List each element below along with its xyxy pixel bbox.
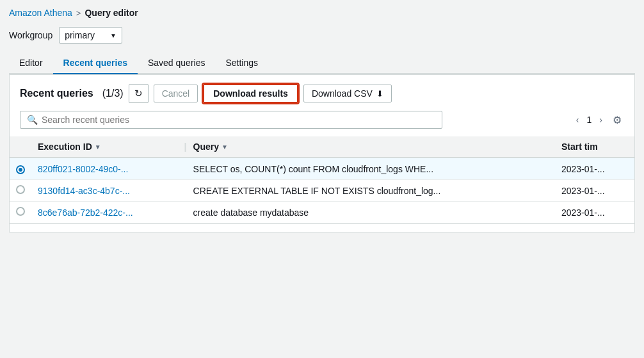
radio-button-2[interactable] bbox=[16, 185, 25, 194]
refresh-button[interactable]: ↻ bbox=[129, 84, 149, 103]
col-query-header[interactable]: Query ▼ bbox=[187, 136, 555, 158]
main-panel: Recent queries (1/3) ↻ Cancel Download r… bbox=[9, 74, 635, 232]
cancel-button[interactable]: Cancel bbox=[154, 85, 198, 102]
row-query-2: CREATE EXTERNAL TABLE IF NOT EXISTS clou… bbox=[187, 180, 555, 202]
tab-editor[interactable]: Editor bbox=[9, 53, 53, 74]
table-row[interactable]: 820ff021-8002-49c0-... SELECT os, COUNT(… bbox=[10, 158, 634, 180]
panel-title: Recent queries bbox=[20, 88, 93, 99]
row-start-time-2: 2023-01-... bbox=[555, 180, 634, 202]
next-page-button[interactable]: › bbox=[595, 113, 606, 126]
breadcrumb: Amazon Athena > Query editor bbox=[9, 8, 635, 18]
breadcrumb-current: Query editor bbox=[85, 8, 138, 18]
table-row[interactable]: 9130fd14-ac3c-4b7c-... CREATE EXTERNAL T… bbox=[10, 180, 634, 202]
table-row[interactable]: 8c6e76ab-72b2-422c-... create database m… bbox=[10, 202, 634, 224]
search-input[interactable] bbox=[42, 115, 435, 125]
row-start-time-1: 2023-01-... bbox=[555, 158, 634, 180]
prev-page-button[interactable]: ‹ bbox=[572, 113, 583, 126]
row-start-time-3: 2023-01-... bbox=[555, 202, 634, 224]
download-csv-label: Download CSV bbox=[312, 88, 373, 99]
table-settings-button[interactable]: ⚙ bbox=[610, 113, 624, 127]
horizontal-scrollbar-row[interactable] bbox=[10, 224, 634, 232]
workgroup-row: Workgroup primary ▼ bbox=[9, 27, 635, 44]
tab-settings[interactable]: Settings bbox=[215, 53, 268, 74]
radio-button-3[interactable] bbox=[16, 207, 25, 216]
row-radio-1[interactable] bbox=[10, 158, 31, 180]
pagination-controls: ‹ 1 › ⚙ bbox=[572, 113, 624, 127]
col-radio-header bbox=[10, 136, 31, 158]
tab-saved-queries[interactable]: Saved queries bbox=[138, 53, 216, 74]
data-table: Execution ID ▼ | Query ▼ Start tim bbox=[10, 136, 634, 224]
col-start-time-header: Start tim bbox=[555, 136, 634, 158]
data-table-wrapper: Execution ID ▼ | Query ▼ Start tim bbox=[10, 136, 634, 224]
row-query-1: SELECT os, COUNT(*) count FROM cloudfron… bbox=[187, 158, 555, 180]
horizontal-scrollbar[interactable] bbox=[10, 224, 634, 232]
execution-id-link-3[interactable]: 8c6e76ab-72b2-422c-... bbox=[38, 207, 133, 218]
workgroup-dropdown-arrow: ▼ bbox=[110, 32, 117, 39]
execution-id-sort-icon: ▼ bbox=[95, 143, 101, 151]
row-execution-id-1[interactable]: 820ff021-8002-49c0-... bbox=[31, 158, 184, 180]
execution-id-link-2[interactable]: 9130fd14-ac3c-4b7c-... bbox=[38, 186, 130, 196]
page-number: 1 bbox=[587, 115, 592, 125]
query-sort-icon: ▼ bbox=[221, 143, 228, 151]
row-execution-id-3[interactable]: 8c6e76ab-72b2-422c-... bbox=[31, 202, 184, 224]
row-query-3: create database mydatabase bbox=[187, 202, 555, 224]
search-box: 🔍 bbox=[20, 111, 442, 129]
tab-bar: Editor Recent queries Saved queries Sett… bbox=[9, 53, 635, 74]
download-csv-button[interactable]: Download CSV ⬇ bbox=[303, 85, 392, 102]
row-radio-2[interactable] bbox=[10, 180, 31, 202]
breadcrumb-separator: > bbox=[76, 8, 81, 18]
radio-button-1[interactable] bbox=[16, 165, 25, 174]
workgroup-select[interactable]: primary ▼ bbox=[59, 27, 122, 44]
row-radio-3[interactable] bbox=[10, 202, 31, 224]
toolbar: Recent queries (1/3) ↻ Cancel Download r… bbox=[20, 84, 624, 103]
download-icon: ⬇ bbox=[376, 89, 383, 99]
search-icon: 🔍 bbox=[27, 115, 38, 125]
breadcrumb-link-athena[interactable]: Amazon Athena bbox=[9, 8, 72, 18]
table-header-row: Execution ID ▼ | Query ▼ Start tim bbox=[10, 136, 634, 158]
download-results-button[interactable]: Download results bbox=[203, 84, 298, 103]
tab-recent-queries[interactable]: Recent queries bbox=[53, 53, 138, 74]
panel-count: (1/3) bbox=[102, 88, 124, 99]
execution-id-link-1[interactable]: 820ff021-8002-49c0-... bbox=[38, 164, 128, 174]
workgroup-value: primary bbox=[65, 30, 95, 40]
workgroup-label: Workgroup bbox=[9, 30, 52, 40]
row-execution-id-2[interactable]: 9130fd14-ac3c-4b7c-... bbox=[31, 180, 184, 202]
search-row: 🔍 ‹ 1 › ⚙ bbox=[20, 111, 624, 129]
refresh-icon: ↻ bbox=[134, 88, 143, 99]
col-execution-id-header[interactable]: Execution ID ▼ bbox=[31, 136, 184, 158]
